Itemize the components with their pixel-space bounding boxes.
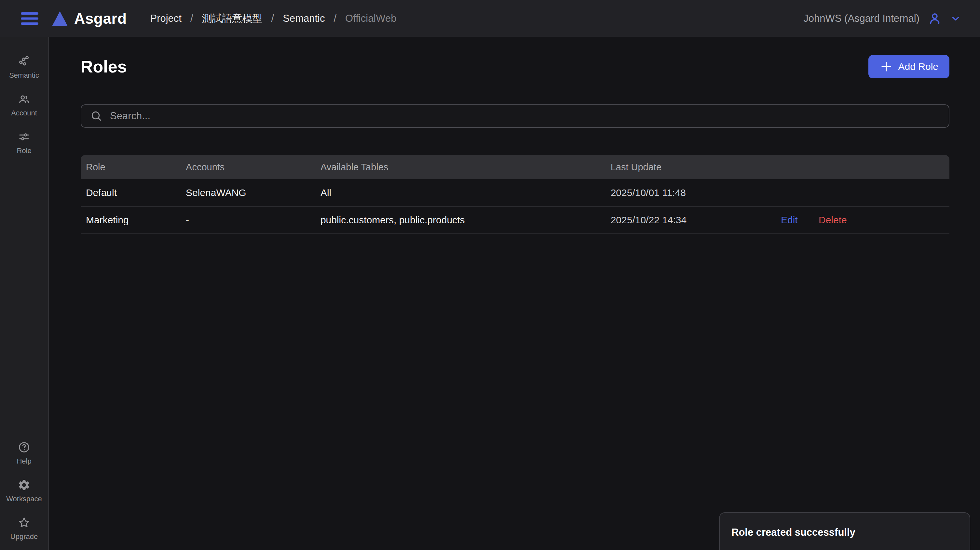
sidebar-item-upgrade[interactable]: Upgrade bbox=[0, 516, 48, 541]
add-role-button-label: Add Role bbox=[898, 61, 939, 72]
actions-cell: Edit Delete bbox=[776, 206, 950, 234]
sidebar-item-workspace[interactable]: Workspace bbox=[0, 479, 48, 503]
gear-icon bbox=[18, 479, 30, 491]
last-update-cell: 2025/10/01 11:48 bbox=[606, 179, 776, 206]
sidebar-item-help[interactable]: Help bbox=[0, 441, 48, 466]
page-title: Roles bbox=[81, 57, 127, 76]
roles-table: Role Accounts Available Tables Last Upda… bbox=[81, 155, 950, 234]
search-icon bbox=[90, 109, 103, 122]
table-row: Marketing - public.customers, public.pro… bbox=[81, 206, 950, 234]
sidebar-item-account[interactable]: Account bbox=[0, 93, 48, 117]
main-content: Roles Add Role Role Accounts Available T… bbox=[49, 37, 980, 550]
column-header-accounts: Accounts bbox=[181, 155, 315, 179]
breadcrumb: Project / 測試語意模型 / Semantic / OfficialWe… bbox=[150, 12, 396, 25]
tables-cell: public.customers, public.products bbox=[315, 206, 606, 234]
sidebar-item-label: Upgrade bbox=[10, 533, 38, 541]
sidebar-item-label: Account bbox=[11, 109, 37, 117]
column-header-available-tables: Available Tables bbox=[315, 155, 606, 179]
breadcrumb-separator: / bbox=[334, 13, 336, 24]
add-role-button[interactable]: Add Role bbox=[869, 55, 950, 78]
star-icon bbox=[18, 516, 30, 529]
sidebar-top-group: Semantic Account Role bbox=[0, 55, 48, 155]
breadcrumb-model[interactable]: 測試語意模型 bbox=[202, 12, 262, 25]
search-bar bbox=[81, 105, 950, 128]
plus-icon bbox=[880, 60, 893, 73]
sliders-icon bbox=[18, 130, 30, 143]
accounts-cell: - bbox=[181, 206, 315, 234]
help-icon bbox=[18, 441, 30, 454]
column-header-actions bbox=[776, 155, 950, 179]
column-header-last-update: Last Update bbox=[606, 155, 776, 179]
sidebar-item-label: Semantic bbox=[9, 71, 39, 80]
breadcrumb-project[interactable]: Project bbox=[150, 13, 181, 24]
breadcrumb-current-page: OfficialWeb bbox=[345, 13, 396, 24]
tables-cell: All bbox=[315, 179, 606, 206]
table-row: Default SelenaWANG All 2025/10/01 11:48 bbox=[81, 179, 950, 206]
last-update-cell: 2025/10/22 14:34 bbox=[606, 206, 776, 234]
toast-notification: Role created successfully bbox=[719, 512, 970, 550]
semantic-graph-icon bbox=[18, 55, 30, 68]
actions-cell bbox=[776, 179, 950, 206]
brand-title: Asgard bbox=[74, 10, 127, 27]
delete-role-link[interactable]: Delete bbox=[819, 214, 847, 225]
sidebar-item-role[interactable]: Role bbox=[0, 130, 48, 155]
chevron-down-icon[interactable] bbox=[950, 13, 961, 24]
search-input[interactable] bbox=[109, 110, 940, 122]
sidebar-item-semantic[interactable]: Semantic bbox=[0, 55, 48, 80]
toast-message: Role created successfully bbox=[732, 526, 855, 538]
table-header-row: Role Accounts Available Tables Last Upda… bbox=[81, 155, 950, 179]
top-bar: Asgard Project / 測試語意模型 / Semantic / Off… bbox=[0, 0, 980, 37]
sidebar-bottom-group: Help Workspace Upgrade bbox=[0, 441, 48, 541]
breadcrumb-separator: / bbox=[190, 13, 193, 24]
sidebar-item-label: Workspace bbox=[6, 495, 42, 503]
sidebar-item-label: Role bbox=[17, 147, 31, 155]
column-header-role: Role bbox=[81, 155, 181, 179]
role-cell: Marketing bbox=[81, 206, 181, 234]
breadcrumb-semantic[interactable]: Semantic bbox=[283, 13, 325, 24]
role-cell: Default bbox=[81, 179, 181, 206]
user-name-label: JohnWS (Asgard Internal) bbox=[803, 13, 920, 24]
sidebar-item-label: Help bbox=[17, 457, 31, 466]
user-avatar-icon[interactable] bbox=[927, 11, 942, 26]
edit-role-link[interactable]: Edit bbox=[781, 214, 798, 225]
people-icon bbox=[18, 93, 30, 106]
accounts-cell: SelenaWANG bbox=[181, 179, 315, 206]
sidebar: Semantic Account Role bbox=[0, 37, 49, 550]
menu-hamburger-icon[interactable] bbox=[19, 10, 40, 27]
asgard-logo-icon bbox=[51, 9, 69, 28]
user-menu[interactable]: JohnWS (Asgard Internal) bbox=[803, 11, 961, 26]
breadcrumb-separator: / bbox=[271, 13, 274, 24]
